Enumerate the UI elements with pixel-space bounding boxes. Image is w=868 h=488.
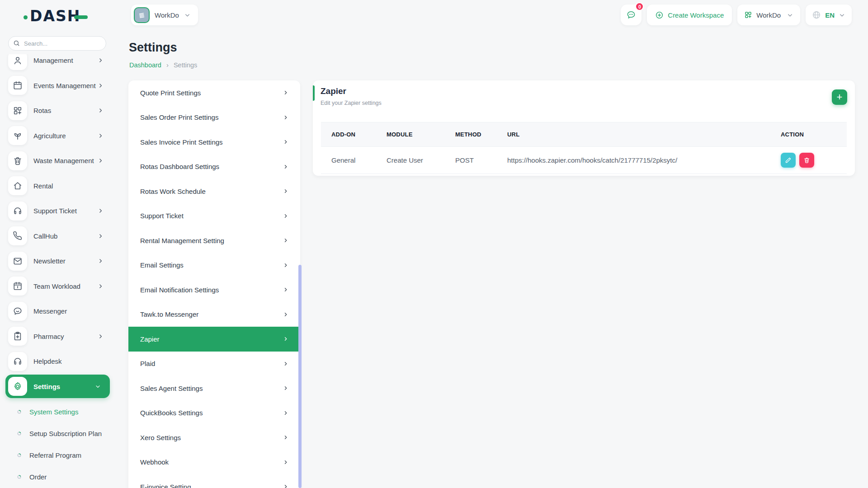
settings-nav-item-label: Zapier	[140, 335, 160, 343]
sidebar-item[interactable]: Team Workload	[0, 274, 115, 299]
settings-nav-item[interactable]: Support Ticket	[128, 204, 300, 229]
page-title: Settings	[129, 41, 177, 55]
settings-nav-item[interactable]: QuickBooks Settings	[128, 401, 300, 426]
settings-nav-item-label: Webhook	[140, 458, 169, 466]
delete-button[interactable]	[799, 153, 814, 168]
sidebar-item-label: Rotas	[33, 107, 51, 114]
sidebar-item[interactable]: Helpdesk	[0, 349, 115, 374]
chevron-down-icon	[184, 12, 191, 19]
sidebar-subitem-label: Referral Program	[29, 451, 81, 459]
app-logo[interactable]: DASH	[30, 7, 80, 27]
sidebar-item[interactable]: Rental	[0, 174, 115, 199]
settings-nav-item-label: Plaid	[140, 360, 155, 367]
settings-nav-item[interactable]: Rotas Dashboard Settings	[128, 155, 300, 179]
chevron-right-icon	[98, 108, 104, 113]
logo-text: DASH	[30, 7, 80, 25]
zapier-table: ADD-ON MODULE METHOD URL ACTION General …	[321, 122, 847, 174]
settings-nav-item[interactable]: Sales Agent Settings	[128, 376, 300, 401]
settings-nav-item-label: Email Notification Settings	[140, 286, 219, 294]
sidebar-item[interactable]: Waste Management	[0, 148, 115, 174]
sidebar-subitem-label: Setup Subscription Plan	[29, 430, 102, 437]
sidebar-item[interactable]: Messenger	[0, 299, 115, 324]
table-column-header: MODULE	[376, 131, 445, 138]
topbar-actions: 0 Create Workspace WorkDo EN	[621, 5, 852, 25]
settings-nav-item-label: Rotas Dashboard Settings	[140, 163, 219, 170]
chevron-right-icon	[283, 410, 288, 416]
settings-nav-item[interactable]: Email Notification Settings	[128, 277, 300, 302]
sidebar-item[interactable]: Management	[0, 54, 115, 73]
zapier-card: Zapier Edit your Zapier settings + ADD-O…	[313, 80, 855, 176]
settings-nav-item-label: Rotas Work Schedule	[140, 188, 206, 195]
sidebar-item[interactable]: Agriculture	[0, 123, 115, 149]
search-input[interactable]	[8, 36, 106, 51]
sidebar-menu: Management Events Management Rotas	[0, 54, 115, 398]
workspace-switcher[interactable]: WorkDo	[737, 5, 800, 25]
settings-nav-panel: Quote Print Settings Sales Order Print S…	[128, 80, 300, 488]
sidebar-item[interactable]: Settings	[5, 375, 110, 398]
sidebar-item-label: CallHub	[33, 232, 57, 240]
settings-nav-item[interactable]: Rotas Work Schedule	[128, 179, 300, 204]
settings-nav-item[interactable]: Email Settings	[128, 253, 300, 278]
message-smile-icon	[13, 306, 23, 316]
edit-button[interactable]	[781, 153, 796, 168]
cell-add-on: General	[321, 156, 376, 164]
settings-nav-item[interactable]: Xero Settings	[128, 425, 300, 450]
chevron-right-icon	[98, 233, 104, 239]
chevron-right-icon	[98, 158, 104, 164]
chevron-right-icon	[98, 208, 104, 214]
settings-nav-item[interactable]: Quote Print Settings	[128, 80, 300, 105]
settings-nav-item-label: Sales Invoice Print Settings	[140, 138, 223, 146]
add-zapier-button[interactable]: +	[832, 89, 847, 105]
zapier-table-header: ADD-ON MODULE METHOD URL ACTION	[321, 122, 847, 147]
sidebar-subitem[interactable]: Referral Program	[0, 444, 115, 466]
settings-nav-item[interactable]: Rental Management Setting	[128, 228, 300, 253]
chevron-right-icon	[283, 435, 288, 440]
table-row: General Create User POST https://hooks.z…	[321, 147, 847, 174]
sidebar-subitem[interactable]: Order	[0, 466, 115, 488]
settings-nav-item-label: Sales Agent Settings	[140, 385, 203, 392]
messages-button[interactable]: 0	[621, 5, 642, 25]
sidebar-subitem[interactable]: System Settings	[0, 401, 115, 422]
settings-nav-item[interactable]: Sales Order Print Settings	[128, 105, 300, 130]
sidebar-item[interactable]: Events Management	[0, 73, 115, 99]
settings-nav-item[interactable]: E-invoice Setting	[128, 474, 300, 488]
card-accent-bar	[313, 85, 315, 101]
settings-nav-item-label: Quote Print Settings	[140, 89, 201, 97]
language-selector[interactable]: EN	[806, 5, 852, 25]
calendar-check-icon	[13, 281, 23, 291]
sidebar-item-label: Newsletter	[33, 257, 66, 265]
settings-nav-item-label: Rental Management Setting	[140, 237, 224, 244]
table-column-header: URL	[497, 131, 770, 138]
zapier-card-title: Zapier	[321, 86, 346, 96]
sidebar-item[interactable]: Pharmacy	[0, 324, 115, 349]
settings-nav-item-label: Xero Settings	[140, 434, 181, 441]
chevron-right-icon	[283, 460, 288, 465]
pencil-icon	[785, 157, 792, 164]
sidebar-item[interactable]: Support Ticket	[0, 198, 115, 224]
chevron-right-icon	[98, 83, 104, 89]
settings-nav-item[interactable]: Plaid	[128, 352, 300, 376]
settings-nav-item-label: Sales Order Print Settings	[140, 113, 218, 121]
breadcrumb-dashboard-link[interactable]: Dashboard	[129, 61, 161, 69]
settings-nav-item[interactable]: Tawk.to Messenger	[128, 302, 300, 327]
plant-icon	[13, 131, 23, 141]
sidebar-subitem-label: Order	[29, 473, 47, 481]
headphones-icon	[13, 357, 23, 366]
settings-nav-item[interactable]: Sales Invoice Print Settings	[128, 130, 300, 155]
workspace-chip[interactable]: WorkDo	[131, 5, 198, 25]
trash-icon	[803, 157, 810, 164]
calendar-icon	[13, 80, 23, 90]
sidebar-subitem[interactable]: Setup Subscription Plan	[0, 422, 115, 444]
settings-panel-scrollbar[interactable]	[298, 265, 302, 488]
chevron-right-icon	[98, 333, 104, 339]
settings-nav-item[interactable]: Zapier	[128, 327, 300, 352]
sidebar-item-label: Helpdesk	[33, 357, 62, 365]
sidebar-item[interactable]: Rotas	[0, 98, 115, 123]
sidebar-item[interactable]: CallHub	[0, 224, 115, 249]
sidebar-item[interactable]: Newsletter	[0, 249, 115, 274]
chevron-right-icon	[95, 384, 101, 389]
sidebar-item-label: Rental	[33, 182, 53, 190]
create-workspace-button[interactable]: Create Workspace	[647, 5, 732, 25]
settings-nav-item[interactable]: Webhook	[128, 450, 300, 475]
donut-icon	[16, 430, 23, 437]
